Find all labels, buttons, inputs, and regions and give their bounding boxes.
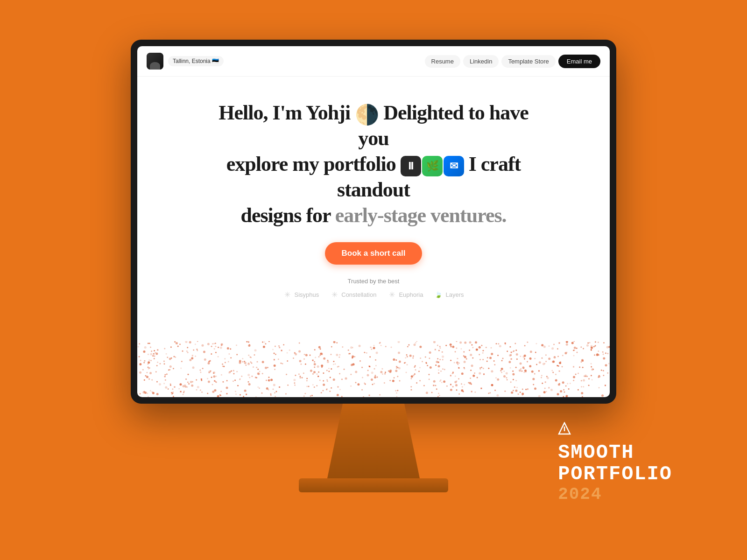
avatar-image (147, 53, 163, 70)
nav-template-store-link[interactable]: Template Store (501, 55, 555, 68)
nav-resume-link[interactable]: Resume (425, 55, 460, 68)
branding-portfolio: PORTFOLIO (558, 463, 672, 485)
avatar (147, 53, 163, 70)
nav-links: Resume Linkedin Template Store Email me (425, 55, 600, 68)
trusted-section: Trusted by the best ✳ Sisyphus ✳ Constel… (210, 278, 537, 299)
sisyphus-name: Sisyphus (295, 291, 319, 298)
site-nav: Tallinn, Estonia 🇪🇪 Resume Linkedin Temp… (137, 46, 610, 77)
app-icon-1: ⏸ (401, 156, 421, 176)
constellation-icon: ✳ (330, 290, 338, 299)
heading-text-1: Hello, I'm Yohji (218, 101, 355, 124)
euphoria-icon: ✳ (388, 290, 396, 299)
branding-icon (558, 422, 672, 438)
euphoria-name: Euphoria (399, 291, 423, 298)
trusted-label: Trusted by the best (210, 278, 537, 285)
dot-canvas (137, 341, 610, 397)
heading-accent: early-stage ventures. (335, 204, 507, 227)
monitor-stand (322, 404, 425, 478)
app-icons-group: ⏸ 🌿 ✉ (401, 156, 464, 176)
trusted-logos: ✳ Sisyphus ✳ Constellation ✳ Euphoria (210, 290, 537, 299)
yohji-emoji: 🌗 (355, 105, 379, 125)
trusted-logo-sisyphus: ✳ Sisyphus (283, 290, 319, 299)
site-main: Hello, I'm Yohji 🌗 Delighted to have you… (137, 77, 610, 397)
nav-location: Tallinn, Estonia 🇪🇪 (168, 56, 224, 66)
dot-pattern (137, 341, 610, 397)
book-call-button[interactable]: Book a short call (325, 242, 423, 265)
nav-linkedin-link[interactable]: Linkedin (463, 55, 499, 68)
branding-smooth: SMOOTH (558, 441, 634, 464)
monitor-wrapper: Tallinn, Estonia 🇪🇪 Resume Linkedin Temp… (131, 68, 616, 492)
hero-heading: Hello, I'm Yohji 🌗 Delighted to have you… (210, 100, 537, 228)
monitor-screen: Tallinn, Estonia 🇪🇪 Resume Linkedin Temp… (137, 46, 610, 397)
branding-year: 2024 (558, 485, 672, 504)
layers-icon: 🍃 (434, 290, 443, 299)
email-me-button[interactable]: Email me (558, 55, 600, 68)
branding-title: SMOOTH PORTFOLIO (558, 442, 672, 485)
trusted-logo-constellation: ✳ Constellation (330, 290, 376, 299)
monitor-base (299, 478, 448, 492)
app-icon-2: 🌿 (422, 156, 443, 176)
trusted-logo-layers: 🍃 Layers (434, 290, 464, 299)
monitor-outer: Tallinn, Estonia 🇪🇪 Resume Linkedin Temp… (131, 40, 616, 404)
site-content: Tallinn, Estonia 🇪🇪 Resume Linkedin Temp… (137, 46, 610, 397)
app-icon-3: ✉ (444, 156, 464, 176)
layers-name: Layers (445, 291, 464, 298)
nav-logo: Tallinn, Estonia 🇪🇪 (147, 53, 224, 70)
hero-section: Hello, I'm Yohji 🌗 Delighted to have you… (196, 77, 551, 369)
sisyphus-icon: ✳ (283, 290, 292, 299)
branding-section: SMOOTH PORTFOLIO 2024 (558, 422, 672, 504)
cta-container: Book a short call (210, 242, 537, 278)
trusted-logo-euphoria: ✳ Euphoria (388, 290, 423, 299)
constellation-name: Constellation (341, 291, 376, 298)
